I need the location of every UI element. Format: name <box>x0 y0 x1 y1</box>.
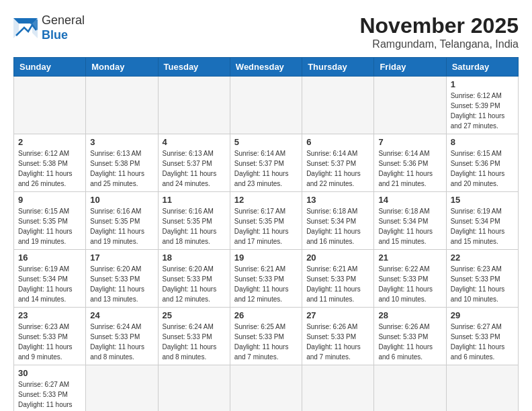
day-number: 25 <box>163 310 226 320</box>
day-info: Sunrise: 6:12 AMSunset: 5:39 PMDaylight:… <box>451 91 514 131</box>
day-number: 9 <box>18 195 81 205</box>
day-info: Sunrise: 6:24 AMSunset: 5:33 PMDaylight:… <box>163 322 226 362</box>
day-info: Sunrise: 6:13 AMSunset: 5:37 PMDaylight:… <box>163 148 226 189</box>
day-info: Sunrise: 6:25 AMSunset: 5:33 PMDaylight:… <box>234 322 298 362</box>
day-number: 13 <box>306 195 369 205</box>
day-number: 27 <box>306 310 369 320</box>
table-row: 12Sunrise: 6:17 AMSunset: 5:35 PMDayligh… <box>230 192 302 250</box>
table-row <box>230 365 302 412</box>
day-info: Sunrise: 6:16 AMSunset: 5:35 PMDaylight:… <box>90 206 153 246</box>
day-number: 7 <box>378 137 441 147</box>
header-tuesday: Tuesday <box>158 58 230 77</box>
day-number: 15 <box>451 195 514 205</box>
calendar-header-row: Sunday Monday Tuesday Wednesday Thursday… <box>14 58 519 77</box>
day-number: 14 <box>378 195 441 205</box>
table-row: 3Sunrise: 6:13 AMSunset: 5:38 PMDaylight… <box>86 134 158 192</box>
day-info: Sunrise: 6:12 AMSunset: 5:38 PMDaylight:… <box>18 148 81 189</box>
calendar-row-4: 16Sunrise: 6:19 AMSunset: 5:34 PMDayligh… <box>14 250 519 308</box>
day-number: 19 <box>234 253 298 263</box>
title-block: November 2025 Ramgundam, Telangana, Indi… <box>359 13 519 50</box>
day-info: Sunrise: 6:23 AMSunset: 5:33 PMDaylight:… <box>18 322 81 362</box>
day-number: 20 <box>306 253 369 263</box>
page-header: General Blue November 2025 Ramgundam, Te… <box>13 13 519 50</box>
day-number: 18 <box>163 253 226 263</box>
day-number: 12 <box>234 195 298 205</box>
table-row <box>86 77 158 134</box>
header-sunday: Sunday <box>14 58 86 77</box>
day-number: 22 <box>451 253 514 263</box>
table-row: 6Sunrise: 6:14 AMSunset: 5:37 PMDaylight… <box>302 134 374 192</box>
table-row: 21Sunrise: 6:22 AMSunset: 5:33 PMDayligh… <box>374 250 446 308</box>
table-row <box>374 77 446 134</box>
day-number: 8 <box>451 137 514 147</box>
month-title: November 2025 <box>359 13 519 38</box>
table-row: 8Sunrise: 6:15 AMSunset: 5:36 PMDaylight… <box>446 134 518 192</box>
day-number: 5 <box>234 137 298 147</box>
table-row: 11Sunrise: 6:16 AMSunset: 5:35 PMDayligh… <box>158 192 230 250</box>
day-info: Sunrise: 6:17 AMSunset: 5:35 PMDaylight:… <box>234 206 298 246</box>
table-row <box>302 365 374 412</box>
day-number: 30 <box>18 368 81 378</box>
day-info: Sunrise: 6:27 AMSunset: 5:33 PMDaylight:… <box>18 379 81 411</box>
table-row: 22Sunrise: 6:23 AMSunset: 5:33 PMDayligh… <box>446 250 518 308</box>
table-row: 10Sunrise: 6:16 AMSunset: 5:35 PMDayligh… <box>86 192 158 250</box>
day-number: 6 <box>306 137 369 147</box>
day-info: Sunrise: 6:15 AMSunset: 5:35 PMDaylight:… <box>18 206 81 246</box>
day-info: Sunrise: 6:18 AMSunset: 5:34 PMDaylight:… <box>378 206 441 246</box>
calendar-row-6: 30Sunrise: 6:27 AMSunset: 5:33 PMDayligh… <box>14 365 519 412</box>
logo-blue: Blue <box>42 28 68 42</box>
table-row: 18Sunrise: 6:20 AMSunset: 5:33 PMDayligh… <box>158 250 230 308</box>
table-row: 17Sunrise: 6:20 AMSunset: 5:33 PMDayligh… <box>86 250 158 308</box>
day-info: Sunrise: 6:13 AMSunset: 5:38 PMDaylight:… <box>90 148 153 189</box>
day-info: Sunrise: 6:26 AMSunset: 5:33 PMDaylight:… <box>378 322 441 362</box>
logo: General Blue <box>13 13 85 42</box>
day-number: 26 <box>234 310 298 320</box>
table-row: 23Sunrise: 6:23 AMSunset: 5:33 PMDayligh… <box>14 308 86 365</box>
table-row <box>14 77 86 134</box>
header-wednesday: Wednesday <box>230 58 302 77</box>
day-info: Sunrise: 6:21 AMSunset: 5:33 PMDaylight:… <box>234 264 298 304</box>
day-number: 23 <box>18 310 81 320</box>
table-row: 26Sunrise: 6:25 AMSunset: 5:33 PMDayligh… <box>230 308 302 365</box>
table-row: 15Sunrise: 6:19 AMSunset: 5:34 PMDayligh… <box>446 192 518 250</box>
table-row: 13Sunrise: 6:18 AMSunset: 5:34 PMDayligh… <box>302 192 374 250</box>
table-row: 4Sunrise: 6:13 AMSunset: 5:37 PMDaylight… <box>158 134 230 192</box>
table-row: 27Sunrise: 6:26 AMSunset: 5:33 PMDayligh… <box>302 308 374 365</box>
day-info: Sunrise: 6:14 AMSunset: 5:36 PMDaylight:… <box>378 148 441 189</box>
day-info: Sunrise: 6:23 AMSunset: 5:33 PMDaylight:… <box>451 264 514 304</box>
header-monday: Monday <box>86 58 158 77</box>
table-row: 16Sunrise: 6:19 AMSunset: 5:34 PMDayligh… <box>14 250 86 308</box>
generalblue-icon <box>13 18 38 38</box>
day-info: Sunrise: 6:27 AMSunset: 5:33 PMDaylight:… <box>451 322 514 362</box>
table-row: 2Sunrise: 6:12 AMSunset: 5:38 PMDaylight… <box>14 134 86 192</box>
table-row: 29Sunrise: 6:27 AMSunset: 5:33 PMDayligh… <box>446 308 518 365</box>
logo-general: General <box>42 13 85 27</box>
day-number: 10 <box>90 195 153 205</box>
table-row: 25Sunrise: 6:24 AMSunset: 5:33 PMDayligh… <box>158 308 230 365</box>
calendar-table: Sunday Monday Tuesday Wednesday Thursday… <box>13 57 519 411</box>
table-row: 1Sunrise: 6:12 AMSunset: 5:39 PMDaylight… <box>446 77 518 134</box>
day-info: Sunrise: 6:20 AMSunset: 5:33 PMDaylight:… <box>90 264 153 304</box>
day-number: 17 <box>90 253 153 263</box>
day-number: 28 <box>378 310 441 320</box>
header-friday: Friday <box>374 58 446 77</box>
table-row: 20Sunrise: 6:21 AMSunset: 5:33 PMDayligh… <box>302 250 374 308</box>
day-number: 29 <box>451 310 514 320</box>
table-row <box>86 365 158 412</box>
table-row: 9Sunrise: 6:15 AMSunset: 5:35 PMDaylight… <box>14 192 86 250</box>
day-info: Sunrise: 6:18 AMSunset: 5:34 PMDaylight:… <box>306 206 369 246</box>
calendar-row-2: 2Sunrise: 6:12 AMSunset: 5:38 PMDaylight… <box>14 134 519 192</box>
day-info: Sunrise: 6:16 AMSunset: 5:35 PMDaylight:… <box>163 206 226 246</box>
table-row: 28Sunrise: 6:26 AMSunset: 5:33 PMDayligh… <box>374 308 446 365</box>
table-row <box>158 77 230 134</box>
location: Ramgundam, Telangana, India <box>359 38 519 50</box>
day-info: Sunrise: 6:19 AMSunset: 5:34 PMDaylight:… <box>18 264 81 304</box>
day-info: Sunrise: 6:21 AMSunset: 5:33 PMDaylight:… <box>306 264 369 304</box>
day-info: Sunrise: 6:24 AMSunset: 5:33 PMDaylight:… <box>90 322 153 362</box>
logo-text: General Blue <box>42 13 85 42</box>
day-info: Sunrise: 6:14 AMSunset: 5:37 PMDaylight:… <box>234 148 298 189</box>
table-row: 14Sunrise: 6:18 AMSunset: 5:34 PMDayligh… <box>374 192 446 250</box>
day-number: 16 <box>18 253 81 263</box>
day-number: 21 <box>378 253 441 263</box>
calendar-row-3: 9Sunrise: 6:15 AMSunset: 5:35 PMDaylight… <box>14 192 519 250</box>
